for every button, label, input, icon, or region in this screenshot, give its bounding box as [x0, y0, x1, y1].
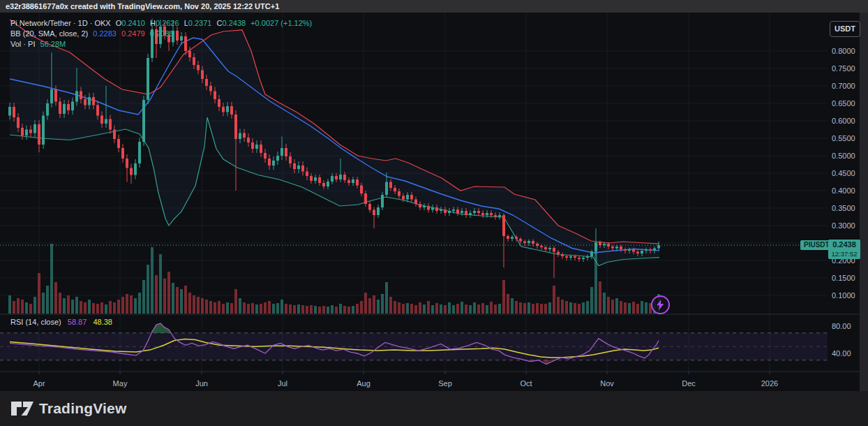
close-value: 0.2438 [222, 19, 246, 27]
quick-trade-button[interactable] [651, 295, 670, 314]
bar-countdown: 12:37:52 [828, 249, 860, 258]
bb-legend-row[interactable]: BB (20, SMA, close, 2) 0.2283 0.2479 0.2… [10, 29, 315, 39]
volume-legend-row[interactable]: Vol · PI 56.28M [10, 39, 315, 50]
open-value: 0.2410 [121, 19, 145, 27]
change-value: +0.0027 (+1.12%) [250, 19, 312, 27]
footer-bar: TradingView [0, 391, 868, 426]
symbol-title: Pi Network/Tether · 1D · OKX [10, 19, 111, 27]
volume-value: 56.28M [40, 40, 66, 48]
rsi-pane [0, 323, 828, 364]
lightning-icon [656, 300, 665, 310]
rsi-value: 58.87 [68, 318, 87, 326]
bb-title: BB (20, SMA, close, 2) [10, 29, 88, 38]
tradingview-chart-window: e32r38861677a0x created with TradingView… [0, 0, 868, 426]
rsi-title: RSI (14, close) [10, 318, 61, 326]
chart-svg[interactable]: 0.80000.75000.70000.65000.60000.55000.50… [0, 0, 868, 426]
open-label: O [116, 19, 122, 27]
high-label: H [150, 19, 156, 27]
price-axis[interactable] [828, 13, 860, 372]
rsi-legend-row[interactable]: RSI (14, close) 58.87 48.38 [10, 318, 117, 326]
last-price-value: 0.2438 [828, 240, 860, 249]
bollinger-bands [10, 20, 659, 266]
tradingview-brand-text: TradingView [39, 400, 127, 417]
time-axis[interactable] [0, 372, 828, 391]
symbol-legend-row[interactable]: Pi Network/Tether · 1D · OKX O0.2410 H0.… [10, 18, 315, 29]
low-value: 0.2371 [188, 19, 212, 27]
rsi-ma-value: 48.38 [93, 318, 112, 326]
bb-basis-value: 0.2283 [93, 29, 117, 38]
bb-upper-value: 0.2479 [121, 29, 145, 38]
high-value: 0.2626 [156, 19, 179, 27]
last-price-badge[interactable]: 0.2438 12:37:52 [828, 240, 860, 259]
tradingview-logo-icon [10, 399, 35, 418]
volume-title: Vol · PI [10, 40, 35, 48]
main-legend: Pi Network/Tether · 1D · OKX O0.2410 H0.… [10, 18, 315, 50]
bb-lower-value: 0.2088 [150, 29, 174, 38]
